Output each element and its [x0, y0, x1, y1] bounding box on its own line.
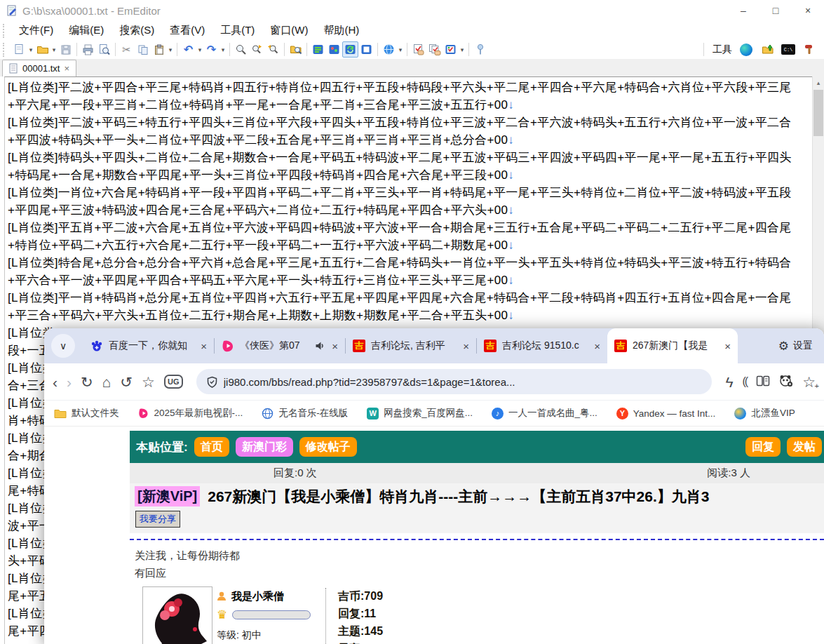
browser-tab-jili-1[interactable]: 吉 吉利论坛, 吉利平 × [346, 328, 476, 363]
home-icon[interactable]: ⌂ [102, 375, 112, 389]
bookmarks-bar: 默认文件夹 2025年最新电视剧-... 无名音乐-在线版 W 网盘搜索_百度网… [44, 400, 824, 427]
favorites-star-icon[interactable]: ☆ [142, 375, 155, 389]
new-post-button[interactable]: 发帖 [787, 437, 822, 457]
options-dropdown-icon[interactable]: ▾ [459, 46, 466, 53]
find-prev-icon[interactable] [265, 41, 281, 58]
cut-icon[interactable]: ✂ [119, 41, 135, 58]
reply-button[interactable]: 回复 [745, 437, 781, 457]
share-button[interactable]: 我要分享 [135, 511, 180, 528]
tab-close-icon[interactable]: × [724, 340, 731, 352]
menu-search[interactable]: 搜索(S) [112, 24, 162, 37]
reading-list-icon[interactable] [756, 375, 770, 389]
scroll-up-icon[interactable]: ▴ [813, 76, 824, 88]
tab-00001-txt[interactable]: 00001.txt × [2, 60, 76, 76]
window-title: G:\b\sxa\00001.txt - EmEditor [22, 5, 161, 17]
toolbar-grip [3, 43, 6, 57]
select-all-hand-icon[interactable] [426, 41, 443, 58]
menu-edit[interactable]: 编辑(E) [61, 24, 112, 37]
open-folder-icon[interactable] [34, 41, 50, 58]
paste-dropdown-icon[interactable]: ▾ [167, 46, 174, 53]
hammer-icon[interactable] [801, 41, 817, 58]
bookmark-tv-series[interactable]: 2025年最新电视剧-... [138, 407, 243, 420]
bookmark-beipiaoyu[interactable]: 北漂鱼VIP [734, 407, 795, 420]
find-icon[interactable] [233, 41, 249, 58]
bookmark-yandex[interactable]: Y Yandex — fast Int... [616, 408, 716, 420]
scrollbar-thumb[interactable] [813, 90, 823, 136]
browser-tab-baidu[interactable]: 百度一下，你就知 × [83, 328, 214, 363]
tab-close-icon[interactable]: × [594, 340, 600, 352]
tab-close-icon[interactable]: × [65, 63, 70, 74]
new-file-icon[interactable] [11, 41, 27, 58]
emeditor-toolbar: ▾ ▾ ✂ ▾ ↶ ▾ ↷ ▾ ▾ ▾ 工具 C:\ [0, 40, 824, 59]
browser-dropdown-icon[interactable]: ▾ [397, 46, 404, 53]
poster-username[interactable]: 我是小乘僧 [231, 590, 284, 603]
tools-toolbar-label[interactable]: 工具 [712, 43, 732, 56]
encoding-icon[interactable] [326, 41, 342, 58]
find-in-files-icon[interactable] [288, 41, 304, 58]
edit-post-button[interactable]: 修改帖子 [299, 437, 357, 457]
open-dropdown-icon[interactable]: ▾ [50, 46, 58, 53]
browser-tab-jili-2[interactable]: 吉 吉利论坛 91510.c × [477, 328, 607, 363]
performance-lightning-icon[interactable]: ϟ [725, 375, 733, 389]
command-prompt-icon[interactable]: C:\ [781, 44, 795, 55]
maximize-icon[interactable]: □ [759, 0, 792, 21]
browser-tab-video[interactable]: 《侠医》第07 × [215, 328, 345, 363]
checkbox-options-icon[interactable] [443, 41, 459, 58]
select-hand-icon[interactable] [410, 41, 426, 58]
wrap-lines-icon[interactable] [310, 41, 326, 58]
copy-icon[interactable] [135, 41, 151, 58]
menu-window[interactable]: 窗口(W) [262, 24, 316, 37]
new-window-icon[interactable] [358, 41, 374, 58]
paste-icon[interactable] [151, 41, 167, 58]
tab-close-icon[interactable]: × [463, 340, 469, 352]
menu-file[interactable]: 文件(F) [11, 24, 61, 37]
bookmark-songs[interactable]: ♪ 一人一首成名曲_粤... [492, 407, 597, 420]
bookmark-pan-search[interactable]: W 网盘搜索_百度网盘... [367, 407, 473, 420]
bookmark-music-site[interactable]: 无名音乐-在线版 [262, 407, 348, 420]
minimize-icon[interactable]: – [727, 0, 759, 21]
panda-extension-icon[interactable] [779, 374, 793, 389]
bookmark-folder[interactable]: 默认文件夹 [54, 407, 119, 420]
reload-icon[interactable]: ↻ [81, 375, 93, 389]
back-icon[interactable]: ‹ [53, 375, 58, 389]
recently-closed-icon[interactable]: ↺ [120, 375, 133, 389]
browser-settings[interactable]: ⚙ 设置 [778, 339, 813, 354]
folder-icon [54, 408, 67, 419]
jili-forum-icon: 吉 [353, 340, 365, 352]
pin-icon[interactable] [472, 41, 488, 58]
emeditor-titlebar: G:\b\sxa\00001.txt - EmEditor – □ × [0, 0, 824, 21]
home-button[interactable]: 首页 [194, 437, 229, 457]
text-line: [L肖位类]平二波+平四合+平三尾+特码肖+四五行+特肖位+四五行+平五段+特码… [8, 79, 810, 114]
edge-browser-icon[interactable] [738, 41, 754, 58]
menu-help[interactable]: 帮助(H) [316, 24, 367, 37]
text-line: [L肖位类]平五肖+平二波+六合尾+五肖位+平六波+平码四+特码波+平六波+平一… [8, 219, 810, 254]
tab-search-icon[interactable]: ∨ [51, 334, 75, 358]
new-macau-button[interactable]: 新澳门彩 [236, 437, 293, 457]
stat-coins: 吉币:709 [338, 587, 389, 605]
address-bar[interactable]: ji980.com/bbs/read.php?tid=23958797&ds=1… [196, 369, 712, 394]
undo-icon[interactable]: ↶ [180, 41, 196, 58]
new-file-dropdown-icon[interactable]: ▾ [27, 46, 34, 53]
browser-tab-active[interactable]: 吉 267新澳门【我是 × [607, 328, 738, 363]
menu-view[interactable]: 查看(V) [162, 24, 212, 37]
print-icon[interactable] [80, 41, 96, 58]
reload-icon[interactable] [342, 41, 358, 58]
add-favorite-star-icon[interactable]: ☆+ [802, 375, 816, 389]
redo-dropdown-icon[interactable]: ▾ [219, 46, 227, 53]
tab-close-icon[interactable]: × [332, 340, 338, 352]
print-preview-icon[interactable] [96, 41, 112, 58]
tab-close-icon[interactable]: × [201, 340, 207, 352]
save-icon[interactable] [58, 41, 74, 58]
menu-tools[interactable]: 工具(T) [212, 24, 262, 37]
ug-extension-icon[interactable]: UG [164, 375, 183, 389]
export-folder-icon[interactable] [759, 41, 776, 58]
redo-icon[interactable]: ↷ [203, 41, 219, 58]
url-text[interactable]: ji980.com/bbs/read.php?tid=23958797&ds=1… [224, 376, 515, 388]
read-aloud-icon[interactable]: (( [743, 376, 748, 387]
forward-icon[interactable]: › [67, 375, 72, 389]
browser-preview-icon[interactable] [381, 41, 397, 58]
close-icon[interactable]: × [792, 0, 824, 21]
tab-audio-icon[interactable] [313, 340, 326, 352]
undo-dropdown-icon[interactable]: ▾ [196, 46, 203, 53]
find-next-icon[interactable] [249, 41, 265, 58]
